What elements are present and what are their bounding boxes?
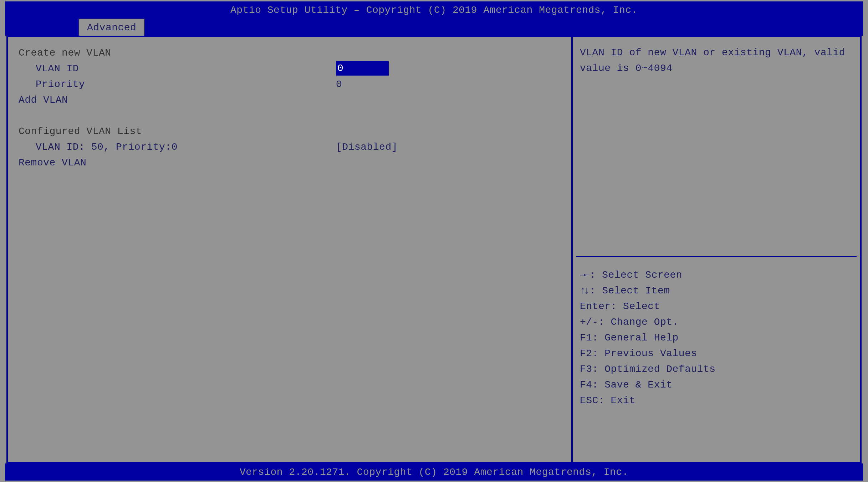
vlan-id-label: VLAN ID xyxy=(19,63,336,74)
vlan-list-entry-value: [Disabled] xyxy=(336,142,561,153)
vlan-list-entry-label: VLAN ID: 50, Priority:0 xyxy=(19,142,336,153)
section-heading-create: Create new VLAN xyxy=(19,47,111,58)
key-f2: F2: Previous Values xyxy=(580,346,853,362)
priority-label: Priority xyxy=(19,79,336,90)
tab-row: Advanced xyxy=(5,19,863,36)
help-text: VLAN ID of new VLAN or existing VLAN, va… xyxy=(580,45,853,76)
footer-bar: Version 2.20.1271. Copyright (C) 2019 Am… xyxy=(5,463,863,481)
page-title: Aptio Setup Utility – Copyright (C) 2019… xyxy=(230,5,638,16)
key-f4: F4: Save & Exit xyxy=(580,377,853,393)
key-f1: F1: General Help xyxy=(580,330,853,346)
key-plus-minus: +/-: Change Opt. xyxy=(580,314,853,330)
version-text: Version 2.20.1271. Copyright (C) 2019 Am… xyxy=(240,467,628,478)
key-select-item: : Select Item xyxy=(580,283,853,299)
key-enter: Enter: Select xyxy=(580,299,853,314)
vlan-list-entry[interactable]: VLAN ID: 50, Priority:0 [Disabled] xyxy=(19,139,561,155)
key-legend: : Select Screen : Select Item Enter: Sel… xyxy=(573,257,860,462)
key-f3: F3: Optimized Defaults xyxy=(580,362,853,377)
section-heading-list: Configured VLAN List xyxy=(19,126,142,137)
field-vlan-id[interactable]: VLAN ID 0 xyxy=(19,61,561,76)
vlan-id-value[interactable]: 0 xyxy=(336,61,389,76)
title-bar: Aptio Setup Utility – Copyright (C) 2019… xyxy=(5,1,863,19)
priority-value: 0 xyxy=(336,79,561,90)
field-priority[interactable]: Priority 0 xyxy=(19,76,561,92)
key-select-screen: : Select Screen xyxy=(580,267,853,283)
add-vlan-link[interactable]: Add VLAN xyxy=(19,94,68,106)
remove-vlan-link[interactable]: Remove VLAN xyxy=(19,157,86,168)
settings-panel: Create new VLAN VLAN ID 0 Priority 0 Add… xyxy=(8,37,573,462)
tab-advanced[interactable]: Advanced xyxy=(78,19,145,36)
key-esc: ESC: Exit xyxy=(580,393,853,409)
